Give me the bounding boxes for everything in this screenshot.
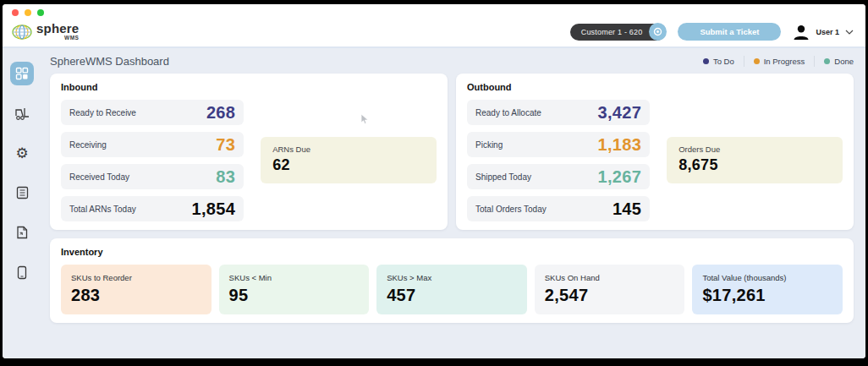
sphere-globe-icon — [11, 22, 33, 42]
stat-row-ready-to-allocate: Ready to Allocate 3,427 — [467, 100, 650, 125]
sidebar-item-inventory[interactable] — [10, 181, 34, 205]
inventory-card: Inventory SKUs to Reorder 283 SKUs < Min… — [50, 238, 854, 323]
sidebar-item-shipping[interactable] — [10, 101, 34, 125]
stat-value: 1,267 — [598, 167, 642, 187]
submit-ticket-button[interactable]: Submit a Ticket — [678, 23, 781, 41]
spherewms-logo: sphere WMS — [11, 22, 79, 42]
legend-divider — [744, 56, 744, 67]
close-window-button[interactable] — [12, 9, 19, 16]
sidebar-nav: ⚙ — [3, 48, 41, 358]
forklift-icon — [14, 107, 30, 121]
app-window: sphere WMS Customer 1 - 620 Submit a Tic… — [3, 4, 865, 358]
stat-row-total-arns-today: Total ARNs Today 1,854 — [61, 196, 244, 221]
window-titlebar — [3, 4, 865, 20]
content-area: ⚙ — [3, 48, 865, 358]
legend-item-done: Done — [824, 57, 854, 66]
inbound-card: Inbound Ready to Receive 268 Receiving 7… — [50, 74, 448, 230]
sidebar-item-settings[interactable]: ⚙ — [10, 141, 34, 165]
legend-item-in-progress: In Progress — [754, 57, 805, 66]
zoom-window-button[interactable] — [37, 9, 44, 16]
dashboard-icon — [15, 67, 29, 80]
stat-value: 268 — [206, 103, 235, 123]
arns-due-box: ARNs Due 62 — [261, 137, 437, 183]
stat-value: 145 — [613, 199, 641, 219]
todo-dot-icon — [703, 58, 709, 64]
inbound-card-title: Inbound — [61, 82, 437, 92]
mobile-device-icon — [17, 265, 27, 280]
report-document-icon — [16, 226, 28, 239]
tile-skus-below-min: SKUs < Min 95 — [219, 265, 370, 314]
done-dot-icon — [824, 58, 830, 64]
sidebar-item-dashboard[interactable] — [10, 62, 34, 85]
stat-row-received-today: Received Today 83 — [61, 164, 244, 189]
user-name: User 1 — [816, 28, 839, 36]
app-header: sphere WMS Customer 1 - 620 Submit a Tic… — [3, 20, 865, 48]
stat-value: 1,183 — [598, 135, 642, 155]
inventory-list-icon — [16, 186, 29, 199]
brand-sub: WMS — [64, 36, 79, 41]
legend-item-todo: To Do — [703, 57, 734, 66]
chevron-down-icon[interactable] — [845, 30, 854, 35]
stat-row-picking: Picking 1,183 — [467, 132, 650, 157]
sidebar-item-mobile[interactable] — [10, 260, 34, 284]
outbound-card: Outbound Ready to Allocate 3,427 Picking… — [456, 74, 854, 230]
stat-value: 83 — [216, 167, 235, 187]
minimize-window-button[interactable] — [25, 9, 31, 16]
stat-value: 73 — [216, 135, 235, 155]
target-icon — [653, 27, 662, 36]
stat-row-ready-to-receive: Ready to Receive 268 — [61, 100, 244, 125]
customer-search-button[interactable] — [649, 23, 667, 41]
page-title: SphereWMS Dashboard — [50, 55, 169, 68]
brand-name: sphere — [36, 22, 79, 35]
user-menu[interactable]: User 1 — [793, 24, 854, 41]
outbound-card-title: Outbound — [467, 82, 843, 92]
customer-selector[interactable]: Customer 1 - 620 — [570, 24, 667, 41]
user-avatar-icon — [793, 24, 810, 41]
tile-skus-above-max: SKUs > Max 457 — [376, 265, 527, 314]
sidebar-item-reports[interactable] — [10, 221, 34, 244]
tile-total-value: Total Value (thousands) $17,261 — [692, 265, 843, 314]
orders-due-box: Orders Due 8,675 — [667, 137, 843, 183]
stat-row-shipped-today: Shipped Today 1,267 — [467, 164, 650, 189]
tile-skus-to-reorder: SKUs to Reorder 283 — [61, 265, 212, 314]
main-panel: SphereWMS Dashboard To Do In Progress D — [41, 48, 865, 358]
stat-row-total-orders-today: Total Orders Today 145 — [467, 196, 650, 221]
stat-value: 1,854 — [192, 199, 236, 219]
stat-value: 3,427 — [598, 103, 642, 123]
tile-skus-on-hand: SKUs On Hand 2,547 — [535, 265, 685, 314]
status-legend: To Do In Progress Done — [703, 56, 854, 67]
legend-divider — [814, 56, 815, 67]
stat-row-receiving: Receiving 73 — [61, 132, 244, 157]
customer-selector-label: Customer 1 - 620 — [581, 28, 643, 36]
inventory-card-title: Inventory — [61, 247, 843, 257]
settings-gear-icon: ⚙ — [15, 146, 28, 161]
in-progress-dot-icon — [754, 58, 760, 64]
